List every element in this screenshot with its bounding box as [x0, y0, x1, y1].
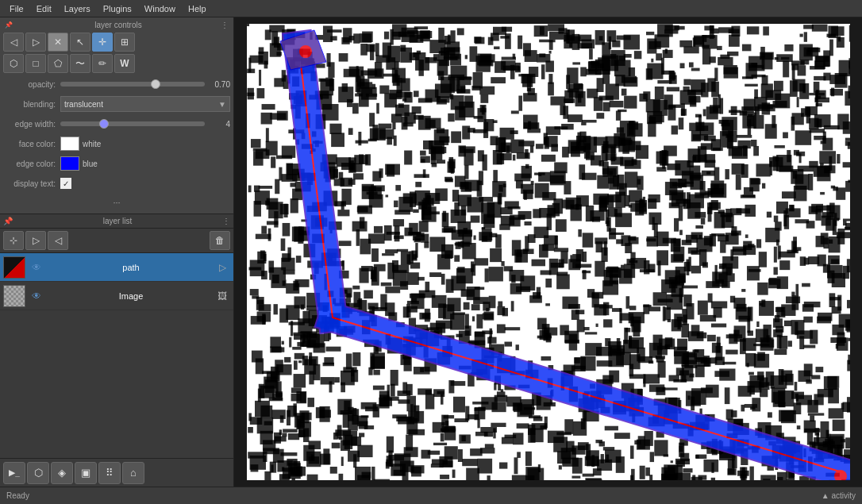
menu-window[interactable]: Window: [138, 2, 182, 15]
image-icon: 🖼: [214, 288, 230, 304]
move-prev-btn[interactable]: ◁: [3, 33, 24, 52]
cube-btn[interactable]: ◈: [51, 462, 73, 484]
opacity-slider-container: [60, 82, 205, 87]
path-layer-visibility-btn[interactable]: 👁: [29, 260, 44, 275]
grid3d-btn[interactable]: ⬡: [27, 462, 49, 484]
opacity-row: opacity: 0.70: [3, 75, 230, 93]
pen-tool-btn[interactable]: ✏: [92, 54, 113, 73]
edge-width-label: edge width:: [3, 120, 60, 129]
layer-item-path[interactable]: 👁 path ▷: [0, 253, 233, 282]
edge-color-swatch-row: blue: [60, 156, 98, 171]
edge-width-track[interactable]: [60, 121, 205, 126]
face-color-label: face color:: [3, 140, 60, 148]
opacity-value: 0.70: [208, 80, 230, 89]
zoom-tool-btn[interactable]: ⊞: [114, 33, 135, 52]
edge-width-row: edge width: 4: [3, 115, 230, 133]
polygon-tool-btn[interactable]: ⬠: [48, 54, 68, 73]
display-text-label: display text:: [3, 179, 60, 188]
image-layer-visibility-btn[interactable]: 👁: [29, 288, 44, 304]
move-tool-btn[interactable]: ✛: [92, 33, 113, 52]
layer-list-section: 📌 layer list ⋮ ⊹ ▷ ◁ 🗑 👁 path ▷: [0, 214, 233, 458]
node-tool-btn[interactable]: ⬡: [3, 54, 24, 73]
text-tool-btn[interactable]: W: [114, 54, 135, 73]
dropdown-arrow-icon: ▼: [218, 100, 226, 109]
status-text: Ready: [6, 491, 29, 500]
status-right: ▲ activity: [822, 491, 856, 500]
layer-list-title: layer list: [13, 217, 222, 225]
canvas-area[interactable]: [234, 17, 862, 487]
controls-more-btn[interactable]: ···: [3, 194, 230, 210]
rect-tool-btn[interactable]: □: [25, 54, 46, 73]
image-layer-name: Image: [48, 291, 214, 301]
freehand-tool-btn[interactable]: 〜: [70, 54, 90, 73]
blending-dropdown[interactable]: translucent ▼: [60, 96, 230, 112]
image-layer-thumb: [3, 285, 25, 307]
layers-container: 👁 path ▷ 👁 Image 🖼: [0, 253, 233, 458]
tools-row-1: ◁ ▷ ✕ ↖ ✛ ⊞: [3, 33, 230, 52]
path-layer-name: path: [48, 263, 214, 272]
layer-item-image[interactable]: 👁 Image 🖼: [0, 282, 233, 310]
path-layer-thumb: [3, 256, 25, 279]
face-color-swatch[interactable]: [60, 137, 79, 151]
canvas-container: [247, 24, 850, 480]
bottom-toolbar: ▶_ ⬡ ◈ ▣ ⠿ ⌂: [0, 458, 233, 487]
blending-row: blending: translucent ▼: [3, 95, 230, 113]
svg-line-6: [333, 317, 842, 472]
opacity-track[interactable]: [60, 82, 205, 87]
delete-layer-btn[interactable]: 🗑: [210, 231, 230, 250]
pin-icon: 📌: [5, 21, 13, 29]
new-path-btn[interactable]: ◁: [48, 231, 68, 250]
statusbar: Ready ▲ activity: [0, 487, 862, 504]
path-svg: [247, 24, 850, 480]
face-color-swatch-row: white: [60, 137, 101, 151]
face-color-name: white: [83, 140, 101, 148]
layer-list-options-btn[interactable]: ⋮: [222, 217, 230, 225]
menu-plugins[interactable]: Plugins: [97, 2, 138, 15]
edge-color-label: edge color:: [3, 160, 60, 168]
menu-file[interactable]: File: [3, 2, 30, 15]
menu-layers[interactable]: Layers: [58, 2, 97, 15]
edge-color-swatch[interactable]: [60, 156, 79, 171]
edge-color-name: blue: [83, 160, 98, 168]
edge-width-slider-container: [60, 121, 205, 126]
edge-width-value: 4: [208, 120, 230, 129]
home-btn[interactable]: ⌂: [122, 462, 144, 484]
layer-list-pin-icon: 📌: [3, 217, 13, 225]
edge-width-thumb[interactable]: [99, 119, 109, 129]
blending-value: translucent: [64, 100, 103, 109]
svg-point-8: [299, 45, 312, 58]
display-text-checkbox[interactable]: ✓: [60, 178, 71, 189]
opacity-label: opacity:: [3, 80, 60, 89]
terminal-btn[interactable]: ▶_: [3, 462, 25, 484]
layer-controls-header: 📌 layer controls ⋮: [3, 21, 230, 29]
layer-controls-section: 📌 layer controls ⋮ ◁ ▷ ✕ ↖ ✛ ⊞ ⬡ □ ⬠ 〜 ✏…: [0, 17, 233, 214]
main-area: 📌 layer controls ⋮ ◁ ▷ ✕ ↖ ✛ ⊞ ⬡ □ ⬠ 〜 ✏…: [0, 17, 862, 487]
select-tool-btn[interactable]: ↖: [70, 33, 90, 52]
layer-list-header: 📌 layer list ⋮: [0, 214, 233, 229]
edge-color-row: edge color: blue: [3, 155, 230, 172]
menubar: File Edit Layers Plugins Window Help: [0, 0, 862, 17]
close-tool-btn[interactable]: ✕: [48, 33, 68, 52]
new-points-btn[interactable]: ⊹: [3, 231, 24, 250]
opacity-thumb[interactable]: [151, 79, 160, 89]
display-text-row: display text: ✓: [3, 175, 230, 192]
path-icon: ▷: [214, 260, 230, 275]
box-btn[interactable]: ▣: [75, 462, 97, 484]
left-panel: 📌 layer controls ⋮ ◁ ▷ ✕ ↖ ✛ ⊞ ⬡ □ ⬠ 〜 ✏…: [0, 17, 234, 487]
menu-edit[interactable]: Edit: [30, 2, 58, 15]
layer-list-tools: ⊹ ▷ ◁ 🗑: [0, 229, 233, 253]
layer-controls-title: layer controls: [16, 21, 221, 29]
face-color-row: face color: white: [3, 135, 230, 152]
controls-options-btn[interactable]: ⋮: [221, 21, 229, 29]
move-next-btn[interactable]: ▷: [25, 33, 46, 52]
dots-btn[interactable]: ⠿: [98, 462, 121, 484]
activity-label[interactable]: ▲ activity: [822, 491, 856, 500]
tools-row-2: ⬡ □ ⬠ 〜 ✏ W: [3, 54, 230, 73]
new-shapes-btn[interactable]: ▷: [25, 231, 46, 250]
menu-help[interactable]: Help: [182, 2, 213, 15]
blending-label: blending:: [3, 100, 60, 109]
